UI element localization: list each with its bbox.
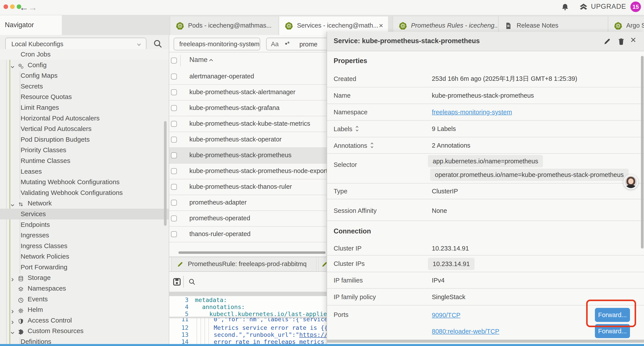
back-arrow-icon[interactable]: ← [19,0,28,14]
editor-tab-prometheusrule[interactable]: PrometheusRule: freeleaps-prod-rabbitmq [172,257,317,271]
sidebar-item-network-policies[interactable]: Network Policies [0,251,169,262]
labels-value[interactable]: 9 Labels [432,125,456,132]
chevron-right-icon[interactable] [10,307,15,313]
table-row[interactable]: kube-prometheus-stack-prometheus [169,148,331,164]
code-link[interactable]: https://net [299,331,331,338]
sidebar-item-secrets[interactable]: Secrets [0,81,169,92]
row-checkbox[interactable] [171,168,177,174]
chevron-down-icon[interactable] [10,62,15,68]
forward-arrow-icon[interactable]: → [28,0,37,14]
chevron-down-icon[interactable] [10,201,15,206]
sidebar-item-access-control[interactable]: Access Control [0,315,169,326]
sidebar-item-mutating-webhook-configurations[interactable]: Mutating Webhook Configurations [0,177,169,187]
row-checkbox[interactable] [171,152,177,158]
tab-navigator[interactable]: Navigator [0,15,62,35]
sort-ascending-icon[interactable] [208,57,214,64]
drawer-horizontal-scrollbar[interactable] [327,340,644,343]
sidebar-item-network[interactable]: Network [0,198,169,209]
sidebar-search-icon[interactable] [152,38,164,50]
row-checkbox[interactable] [171,121,177,127]
namespace-select[interactable]: freeleaps-monitoring-system [174,38,260,50]
row-checkbox[interactable] [171,216,177,221]
table-row[interactable]: kube-prometheus-stack-alertmanager [169,85,331,100]
selector-chip[interactable]: app.kubernetes.io/name=prometheus [428,155,543,167]
close-icon[interactable]: × [630,34,636,45]
annotations-value[interactable]: 2 Annotations [432,142,470,149]
row-checkbox[interactable] [171,200,177,206]
sidebar-scrollbar[interactable] [164,121,166,226]
delete-icon[interactable] [617,37,626,46]
sidebar-item-cron-jobs[interactable]: Cron Jobs [0,49,169,60]
horizontal-scrollbar[interactable] [178,251,326,254]
editor-scroll-track[interactable] [169,292,331,296]
row-checkbox[interactable] [171,184,177,190]
bell-icon[interactable] [561,3,570,12]
select-all-checkbox[interactable] [171,58,177,63]
match-case-toggle[interactable]: Aa [271,40,278,48]
table-row[interactable]: kube-prometheus-stack-prometheus-node-ex… [169,164,331,179]
filter-input[interactable] [300,40,331,49]
sidebar-item-port-forwarding[interactable]: Port Forwarding [0,262,169,273]
sidebar-item-helm[interactable]: Helm [0,304,169,315]
save-icon[interactable] [172,277,182,287]
table-row[interactable]: kube-prometheus-stack-thanos-ruler [169,179,331,195]
port-link[interactable]: 9090/TCP [432,312,460,319]
sidebar-item-namespaces[interactable]: Namespaces [0,283,169,294]
search-icon[interactable] [188,278,196,286]
name-column-header[interactable]: Name [190,56,208,64]
close-tab-icon[interactable]: × [379,21,383,30]
row-checkbox[interactable] [171,74,177,79]
expand-collapse-icon[interactable] [369,141,374,148]
table-row[interactable]: prometheus-operated [169,211,331,227]
sidebar-item-limit-ranges[interactable]: Limit Ranges [0,102,169,113]
sidebar-item-vertical-pod-autoscalers[interactable]: Vertical Pod Autoscalers [0,123,169,134]
sidebar-item-validating-webhook-configurations[interactable]: Validating Webhook Configurations [0,187,169,198]
sidebar-item-leases[interactable]: Leases [0,166,169,177]
sidebar-item-custom-resources[interactable]: Custom Resources [0,326,169,336]
sidebar-item-runtime-classes[interactable]: Runtime Classes [0,155,169,166]
sidebar-item-config[interactable]: Config [0,60,169,70]
row-checkbox[interactable] [171,231,177,237]
sidebar-item-pod-disruption-budgets[interactable]: Pod Disruption Budgets [0,134,169,145]
sidebar-item-endpoints[interactable]: Endpoints [0,219,169,230]
sidebar-item-priority-classes[interactable]: Priority Classes [0,145,169,155]
edit-icon[interactable] [603,37,612,46]
name-filter-box[interactable]: Aa ▪* [266,38,331,50]
sidebar-item-horizontal-pod-autoscalers[interactable]: Horizontal Pod Autoscalers [0,113,169,124]
sidebar-item-storage[interactable]: Storage [0,272,169,283]
notification-count-badge[interactable]: 15 [630,1,641,12]
namespace-link[interactable]: freeleaps-monitoring-system [432,109,512,116]
regex-toggle[interactable]: ▪* [285,40,290,47]
cluster-ips-chip[interactable]: 10.233.14.91 [428,258,474,270]
kubeconfig-select[interactable]: Local Kubeconfigs [5,38,146,50]
table-row[interactable]: alertmanager-operated [169,69,331,85]
close-window-button[interactable] [4,4,8,9]
sidebar-item-resource-quotas[interactable]: Resource Quotas [0,91,169,102]
user-avatar[interactable] [624,175,638,189]
table-row[interactable]: kube-prometheus-stack-kube-state-metrics [169,116,331,132]
table-row[interactable]: prometheus-adapter [169,195,331,211]
sidebar-item-services[interactable]: Services [0,209,169,219]
expand-collapse-icon[interactable] [354,125,360,132]
tab-pods-icecheng-mathmas[interactable]: Pods - icecheng@mathmas... [170,16,278,35]
minimize-window-button[interactable] [10,4,15,9]
table-row[interactable]: thanos-ruler-operated [169,227,331,242]
table-row[interactable]: kube-prometheus-stack-grafana [169,100,331,116]
row-checkbox[interactable] [171,105,177,111]
sidebar-item-events[interactable]: Events [0,294,169,305]
table-row[interactable]: kube-prometheus-stack-operator [169,132,331,148]
upgrade-label[interactable]: UPGRADE [591,3,626,10]
selector-chip[interactable]: operator.prometheus.io/name=kube-prometh… [430,169,629,181]
sidebar-item-ingress-classes[interactable]: Ingress Classes [0,241,169,251]
sidebar-item-config-maps[interactable]: Config Maps [0,70,169,81]
chevron-right-icon[interactable] [10,275,15,281]
chevron-right-icon[interactable] [10,318,15,324]
row-checkbox[interactable] [171,137,177,143]
port-link[interactable]: 8080:reloader-web/TCP [432,328,499,335]
drawer-scrollbar[interactable] [641,56,644,249]
upgrade-icon[interactable] [579,2,588,12]
sidebar-item-ingresses[interactable]: Ingresses [0,230,169,241]
chevron-down-icon[interactable] [10,328,15,334]
yaml-editor[interactable]: 3metadata:4annotations:5kubectl.kubernet… [169,296,331,346]
row-checkbox[interactable] [171,89,177,95]
